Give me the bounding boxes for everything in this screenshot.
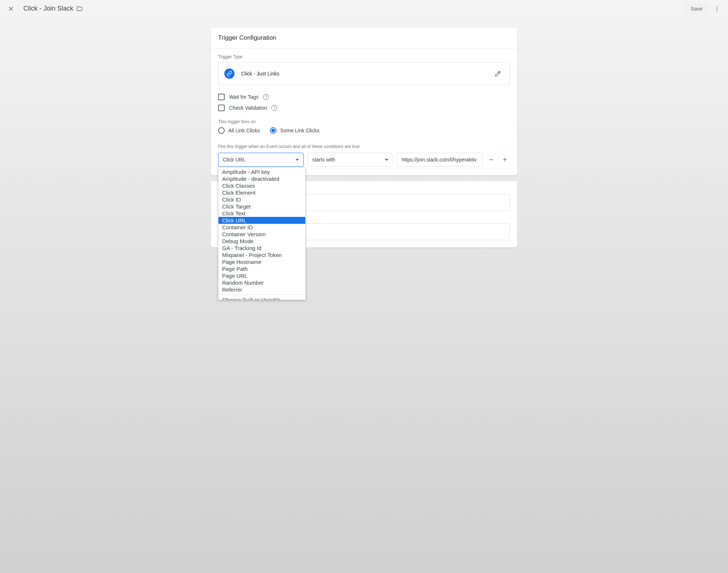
dropdown-builtin-option[interactable]: Choose Built-In Variable...	[218, 296, 305, 300]
operator-select-value: starts with	[312, 157, 335, 163]
trigger-type-label: Trigger Type	[218, 54, 510, 59]
dropdown-separator	[218, 295, 305, 295]
dropdown-item[interactable]: Click Element	[218, 189, 305, 196]
dropdown-item[interactable]: Click Text	[218, 210, 305, 217]
radio-some-link-clicks[interactable]: Some Link Clicks	[270, 127, 319, 134]
dropdown-item[interactable]: Page URL	[218, 272, 305, 279]
wait-for-tags-label: Wait for Tags	[229, 94, 259, 100]
app-header: Click - Join Slack Save	[0, 0, 728, 17]
more-menu-button[interactable]	[710, 2, 724, 15]
edit-trigger-type-button[interactable]	[492, 68, 504, 79]
dropdown-item[interactable]: Page Hostname	[218, 258, 305, 265]
dropdown-item[interactable]: Click Target	[218, 203, 305, 210]
condition-value-input[interactable]	[397, 153, 483, 167]
wait-for-tags-row: Wait for Tags ?	[218, 94, 510, 100]
folder-icon[interactable]	[76, 5, 83, 12]
trigger-type-row[interactable]: Click - Just Links	[218, 62, 510, 85]
dropdown-item[interactable]: Debug Mode	[218, 238, 305, 245]
check-validation-label: Check Validation	[229, 105, 267, 111]
dropdown-item[interactable]: Click Classes	[218, 182, 305, 189]
fires-on-label: This trigger fires on	[218, 119, 510, 124]
help-icon[interactable]: ?	[271, 105, 277, 111]
dropdown-item[interactable]: Amplitude - deactivated	[218, 175, 305, 182]
radio-icon	[218, 127, 225, 134]
page-title-row: Click - Join Slack	[23, 5, 83, 12]
wait-for-tags-checkbox[interactable]	[218, 94, 225, 100]
link-icon	[224, 69, 235, 79]
dropdown-item[interactable]: Amplitude - API key	[218, 168, 305, 175]
radio-some-label: Some Link Clicks	[280, 128, 319, 133]
condition-help-label: Fire this trigger when an Event occurs a…	[218, 144, 510, 149]
condition-row: Click URL starts with − + Amplitude - AP…	[218, 153, 510, 167]
dropdown-item[interactable]: Referrer	[218, 286, 305, 293]
close-button[interactable]	[4, 2, 18, 15]
radio-all-link-clicks[interactable]: All Link Clicks	[218, 127, 260, 134]
page-body: Trigger Configuration Trigger Type Click…	[0, 17, 728, 262]
more-vert-icon	[714, 5, 720, 12]
dropdown-item[interactable]: Random Number	[218, 279, 305, 286]
check-validation-row: Check Validation ?	[218, 105, 510, 111]
chevron-down-icon	[295, 159, 299, 161]
operator-select[interactable]: starts with	[307, 153, 393, 167]
svg-point-2	[717, 6, 718, 7]
dropdown-item[interactable]: Container Version	[218, 231, 305, 238]
close-icon	[8, 5, 14, 12]
trigger-configuration-card: Trigger Configuration Trigger Type Click…	[211, 28, 517, 175]
variable-select[interactable]: Click URL	[218, 153, 304, 167]
radio-all-label: All Link Clicks	[228, 128, 260, 133]
dropdown-item[interactable]: Container ID	[218, 224, 305, 231]
pencil-icon	[495, 70, 501, 77]
dropdown-item[interactable]: Click ID	[218, 196, 305, 203]
trigger-config-body: Trigger Type Click - Just Links Wait for…	[211, 48, 517, 175]
dropdown-item[interactable]: Click URL	[218, 217, 305, 224]
radio-icon	[270, 127, 276, 134]
dropdown-item[interactable]: Page Path	[218, 265, 305, 272]
page-title: Click - Join Slack	[23, 5, 73, 12]
chevron-down-icon	[385, 159, 388, 161]
header-actions: Save	[684, 2, 724, 15]
help-icon[interactable]: ?	[263, 94, 269, 100]
save-button[interactable]: Save	[684, 3, 709, 15]
trigger-type-name: Click - Just Links	[241, 71, 485, 77]
dropdown-item[interactable]: GA - Tracking Id	[218, 245, 305, 252]
variable-dropdown[interactable]: Amplitude - API keyAmplitude - deactivat…	[218, 167, 306, 300]
svg-point-4	[717, 10, 718, 11]
trigger-config-title: Trigger Configuration	[211, 28, 517, 48]
fires-on-radio-group: All Link Clicks Some Link Clicks	[218, 127, 510, 134]
remove-condition-button[interactable]: −	[486, 155, 496, 165]
variable-select-value: Click URL	[223, 157, 245, 163]
check-validation-checkbox[interactable]	[218, 105, 225, 111]
svg-point-3	[717, 8, 718, 9]
add-condition-button[interactable]: +	[500, 155, 510, 165]
dropdown-item[interactable]: Mixpanel - Project Token	[218, 252, 305, 258]
